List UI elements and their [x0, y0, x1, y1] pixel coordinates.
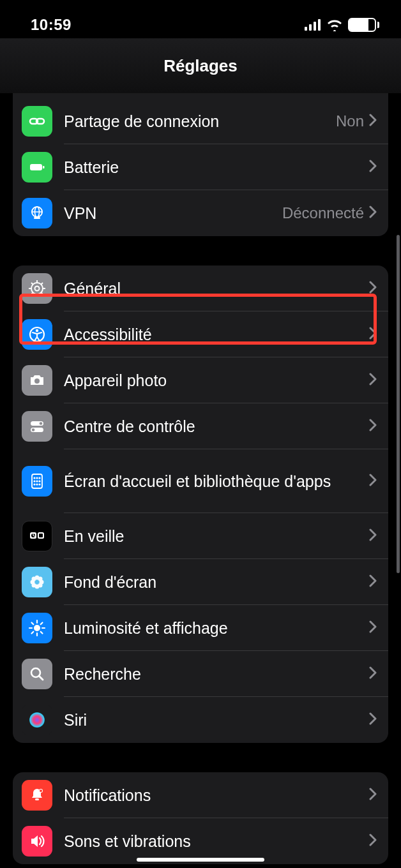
- svg-line-19: [41, 292, 43, 294]
- globe-icon: [22, 198, 52, 228]
- row-control-center[interactable]: Centre de contrôle: [13, 403, 388, 449]
- svg-point-63: [29, 712, 45, 728]
- row-wallpaper[interactable]: Fond d'écran: [13, 559, 388, 605]
- row-value: Déconnecté: [282, 204, 364, 222]
- row-label: Général: [64, 279, 369, 298]
- svg-point-23: [36, 329, 38, 332]
- svg-point-52: [34, 625, 40, 631]
- page-title: Réglages: [163, 56, 238, 76]
- chevron-right-icon: [369, 373, 377, 388]
- row-vpn[interactable]: VPN Déconnecté: [13, 190, 388, 236]
- chevron-right-icon: [369, 528, 377, 544]
- svg-rect-3: [318, 19, 321, 31]
- row-general[interactable]: Général: [13, 266, 388, 311]
- link-icon: [22, 106, 52, 137]
- row-label: Centre de contrôle: [64, 417, 369, 436]
- row-label: En veille: [64, 527, 369, 546]
- wifi-icon: [326, 19, 343, 31]
- row-label: Partage de connexion: [64, 112, 336, 131]
- accessibility-icon: [22, 319, 52, 350]
- row-siri[interactable]: Siri: [13, 697, 388, 743]
- svg-point-26: [40, 422, 43, 425]
- row-label: Fond d'écran: [64, 572, 369, 592]
- battery-icon: 76: [348, 18, 379, 32]
- status-time: 10:59: [31, 16, 72, 34]
- chevron-right-icon: [369, 712, 377, 728]
- cellular-signal-icon: [305, 19, 321, 31]
- chevron-right-icon: [369, 281, 377, 296]
- svg-line-18: [31, 283, 33, 285]
- row-accessibility[interactable]: Accessibilité: [13, 311, 388, 357]
- chevron-right-icon: [369, 666, 377, 682]
- svg-point-34: [36, 480, 38, 482]
- row-personal-hotspot[interactable]: Partage de connexion Non: [13, 98, 388, 144]
- svg-rect-1: [309, 24, 312, 31]
- svg-rect-0: [305, 27, 307, 31]
- svg-rect-42: [39, 534, 43, 537]
- bell-icon: [22, 780, 52, 811]
- svg-rect-64: [35, 798, 39, 800]
- chevron-right-icon: [369, 327, 377, 342]
- svg-point-24: [34, 378, 40, 384]
- svg-point-33: [33, 480, 35, 482]
- svg-point-28: [32, 428, 35, 431]
- row-camera[interactable]: Appareil photo: [13, 357, 388, 403]
- svg-point-13: [35, 287, 40, 291]
- row-label: Écran d'accueil et bibliothèque d'apps: [64, 472, 369, 491]
- speaker-icon: [22, 826, 52, 857]
- battery-percent: 76: [349, 20, 377, 30]
- row-display-brightness[interactable]: Luminosité et affichage: [13, 605, 388, 651]
- chevron-right-icon: [369, 574, 377, 590]
- row-label: Luminosité et affichage: [64, 618, 369, 638]
- svg-point-47: [32, 577, 36, 581]
- svg-line-62: [39, 676, 43, 680]
- row-battery[interactable]: Batterie: [13, 144, 388, 190]
- standby-icon: [22, 521, 52, 551]
- svg-point-50: [38, 583, 43, 588]
- search-icon: [22, 659, 52, 689]
- scrollbar[interactable]: [397, 235, 400, 573]
- chevron-right-icon: [369, 620, 377, 636]
- row-label: Notifications: [64, 786, 369, 805]
- siri-icon: [22, 705, 52, 735]
- row-label: Recherche: [64, 664, 369, 684]
- home-indicator[interactable]: [137, 858, 264, 862]
- row-standby[interactable]: En veille: [13, 513, 388, 559]
- row-value: Non: [336, 112, 364, 130]
- flower-icon: [22, 567, 52, 597]
- svg-point-30: [33, 477, 35, 479]
- chevron-right-icon: [369, 419, 377, 434]
- row-label: Sons et vibrations: [64, 832, 369, 851]
- row-label: Batterie: [64, 158, 369, 177]
- svg-line-20: [31, 292, 33, 294]
- svg-line-60: [41, 623, 43, 625]
- svg-line-21: [41, 283, 43, 285]
- chevron-right-icon: [369, 834, 377, 849]
- svg-point-37: [36, 483, 38, 485]
- row-search[interactable]: Recherche: [13, 651, 388, 697]
- svg-rect-2: [314, 22, 316, 31]
- row-notifications[interactable]: Notifications: [13, 772, 388, 818]
- svg-point-32: [38, 477, 40, 479]
- svg-point-31: [36, 477, 38, 479]
- status-bar: 10:59 76: [0, 0, 401, 38]
- chevron-right-icon: [369, 160, 377, 175]
- section-connectivity: Partage de connexion Non Batterie VPN Dé…: [13, 93, 388, 236]
- svg-rect-7: [43, 166, 45, 168]
- svg-point-51: [35, 580, 39, 584]
- svg-line-59: [32, 632, 34, 634]
- settings-header: Réglages: [0, 38, 401, 93]
- row-home-screen[interactable]: Écran d'accueil et bibliothèque d'apps: [13, 449, 388, 513]
- battery-icon: [22, 152, 52, 183]
- chevron-right-icon: [369, 206, 377, 221]
- svg-line-57: [32, 623, 34, 625]
- apps-grid-icon: [22, 466, 52, 497]
- svg-point-48: [38, 577, 43, 581]
- camera-icon: [22, 365, 52, 396]
- svg-point-49: [32, 583, 36, 588]
- svg-line-58: [41, 632, 43, 634]
- gear-icon: [22, 273, 52, 304]
- row-label: Accessibilité: [64, 325, 369, 344]
- chevron-right-icon: [369, 114, 377, 129]
- section-device: Général Accessibilité Appareil photo: [13, 266, 388, 743]
